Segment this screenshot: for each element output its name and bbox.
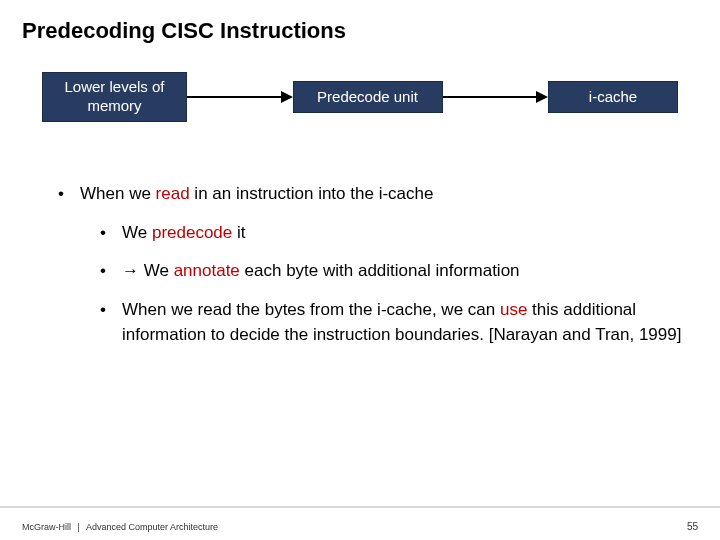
list-item: We predecode it <box>100 221 698 246</box>
text: We <box>122 223 152 242</box>
text: each byte with additional information <box>240 261 520 280</box>
text-highlight: predecode <box>152 223 232 242</box>
text: We <box>139 261 174 280</box>
list-item: → We annotate each byte with additional … <box>100 259 698 284</box>
list-item: When we read in an instruction into the … <box>58 182 698 347</box>
list-item: When we read the bytes from the i-cache,… <box>100 298 698 347</box>
footer-left: McGraw-Hill | Advanced Computer Architec… <box>22 522 218 532</box>
pipeline-diagram: Lower levels of memory Predecode unit i-… <box>42 72 678 122</box>
footer-accent-bar <box>0 506 720 512</box>
box-lower-memory: Lower levels of memory <box>42 72 187 122</box>
publisher: McGraw-Hill <box>22 522 71 532</box>
arrow-1 <box>187 91 293 103</box>
arrow-right-icon <box>536 91 548 103</box>
box-predecode-unit: Predecode unit <box>293 81 443 113</box>
page-number: 55 <box>687 521 698 532</box>
box-i-cache: i-cache <box>548 81 678 113</box>
slide: Predecoding CISC Instructions Lower leve… <box>0 0 720 540</box>
arrow-glyph: → <box>122 261 139 280</box>
arrow-line <box>187 96 281 98</box>
arrow-line <box>443 96 537 98</box>
text-highlight: read <box>156 184 190 203</box>
book-title: Advanced Computer Architecture <box>86 522 218 532</box>
bullet-list: When we read in an instruction into the … <box>58 182 698 347</box>
page-title: Predecoding CISC Instructions <box>22 18 698 44</box>
arrow-right-icon <box>281 91 293 103</box>
arrow-2 <box>443 91 549 103</box>
separator: | <box>78 522 80 532</box>
text: it <box>232 223 245 242</box>
text: When we <box>80 184 156 203</box>
text-highlight: annotate <box>174 261 240 280</box>
text: When we read the bytes from the i-cache,… <box>122 300 500 319</box>
text-highlight: use <box>500 300 527 319</box>
text: in an instruction into the i-cache <box>190 184 434 203</box>
